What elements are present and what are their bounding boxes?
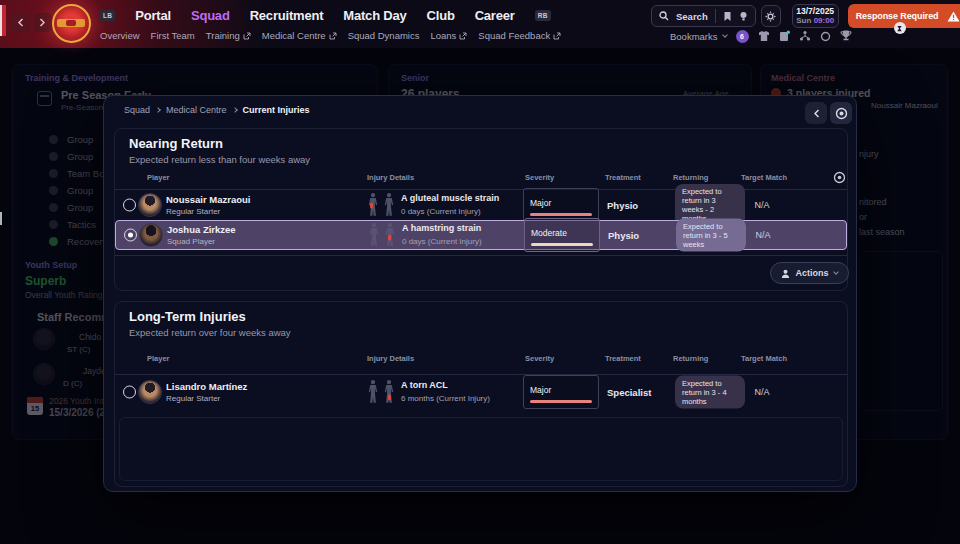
nav-portal[interactable]: Portal: [135, 8, 171, 23]
trophy-icon[interactable]: [840, 30, 852, 42]
injury-location-marker: [370, 203, 373, 209]
body-front-icon: [367, 380, 379, 404]
injury-row-martinez[interactable]: Lisandro Martínez Regular Starter A torn…: [115, 376, 847, 408]
injury-name: A gluteal muscle strain: [401, 193, 499, 204]
inbox-count-badge[interactable]: 6: [736, 30, 749, 43]
target-match-cell: N/A: [726, 230, 800, 240]
col-returning: Returning: [673, 173, 708, 182]
news-icon[interactable]: [779, 30, 790, 42]
tactics-org-icon[interactable]: [799, 30, 811, 42]
injury-cell: A torn ACL 6 months (Current Injury): [401, 380, 490, 404]
subnav-loans[interactable]: Loans: [430, 30, 467, 41]
date-text: 13/7/2025: [796, 7, 834, 16]
external-link-icon: [329, 32, 337, 40]
severity-bar: [531, 243, 593, 246]
avatar: [138, 193, 162, 217]
day-time-text: Sun 09:00: [796, 16, 834, 25]
club-crest-manchester-united[interactable]: [52, 4, 91, 43]
injury-location-marker: [388, 235, 391, 241]
breadcrumb-medical-centre[interactable]: Medical Centre: [166, 105, 227, 115]
gamepad-hint-rb: RB: [535, 10, 551, 21]
severity-bar: [530, 400, 592, 403]
search-icon: [659, 11, 669, 21]
actions-button[interactable]: Actions: [770, 262, 849, 284]
column-settings-icon[interactable]: [833, 170, 846, 188]
col-treatment: Treatment: [605, 173, 641, 182]
subnav-medical-centre[interactable]: Medical Centre: [262, 30, 337, 41]
squad-shirt-icon[interactable]: [758, 30, 770, 42]
subnav-overview[interactable]: Overview: [100, 30, 140, 41]
subnav-first-team[interactable]: First Team: [151, 30, 195, 41]
long-term-injuries-section: Long-Term Injuries Expected return over …: [114, 301, 848, 487]
nav-career[interactable]: Career: [475, 8, 515, 23]
player-name[interactable]: Lisandro Martínez: [166, 381, 247, 392]
day-text: Sun: [796, 16, 811, 25]
response-required-label: Response Required: [856, 11, 939, 21]
subnav-squad-dynamics[interactable]: Squad Dynamics: [348, 30, 420, 41]
chevron-right-icon: [232, 107, 238, 113]
injury-name: A hamstring strain: [402, 223, 482, 234]
bookmarks-row: Bookmarks 6: [670, 29, 852, 43]
body-injury-diagram: [367, 193, 397, 218]
search-input[interactable]: Search: [676, 11, 708, 22]
player-cell: Lisandro Martínez Regular Starter: [166, 381, 247, 404]
nav-match-day[interactable]: Match Day: [343, 8, 406, 23]
severity-cell: Moderate: [524, 218, 600, 252]
subnav-label: Squad Dynamics: [348, 30, 420, 41]
time-text: 09:00: [814, 16, 834, 25]
customize-view-button[interactable]: [830, 102, 852, 124]
body-front-icon: [368, 223, 380, 247]
treatment-cell: Specialist: [607, 387, 651, 398]
injury-location-marker: [388, 395, 391, 401]
injury-duration: 6 months (Current Injury): [401, 394, 490, 404]
col-treatment: Treatment: [605, 354, 641, 363]
subnav-label: First Team: [151, 30, 195, 41]
injury-cell: A hamstring strain 0 days (Current Injur…: [402, 223, 482, 247]
breadcrumb: Squad Medical Centre Current Injuries: [124, 105, 310, 115]
col-returning: Returning: [673, 354, 708, 363]
nav-club[interactable]: Club: [427, 8, 455, 23]
subnav-squad-feedback[interactable]: Squad Feedback: [478, 30, 561, 41]
bookmarks-dropdown[interactable]: Bookmarks: [670, 31, 727, 42]
response-required-button[interactable]: Response Required: [848, 4, 960, 28]
hint-bulb-icon[interactable]: [739, 11, 748, 22]
history-forward-button[interactable]: [33, 13, 52, 32]
subnav-label: Overview: [100, 30, 140, 41]
player-cell: Noussair Mazraoui Regular Starter: [166, 194, 250, 217]
chevron-left-icon: [17, 18, 24, 27]
section-subtitle: Expected return less than four weeks awa…: [129, 154, 310, 165]
injury-name: A torn ACL: [401, 380, 490, 391]
subnav-training[interactable]: Training: [206, 30, 251, 41]
nearing-return-section: Nearing Return Expected return less than…: [114, 128, 848, 291]
injury-row-zirkzee[interactable]: Joshua Zirkzee Squad Player A hamstring …: [115, 220, 847, 250]
breadcrumb-squad[interactable]: Squad: [124, 105, 150, 115]
player-name[interactable]: Joshua Zirkzee: [167, 224, 236, 235]
nav-squad[interactable]: Squad: [191, 8, 230, 23]
settings-button[interactable]: [761, 5, 781, 27]
col-player: Player: [147, 354, 170, 363]
player-name[interactable]: Noussair Mazraoui: [166, 194, 250, 205]
subnav-label: Medical Centre: [262, 30, 326, 41]
row-radio[interactable]: [123, 199, 136, 212]
treatment-cell: Physio: [607, 200, 638, 211]
row-radio[interactable]: [123, 386, 136, 399]
injury-duration: 0 days (Current Injury): [401, 207, 499, 217]
player-role: Regular Starter: [166, 394, 247, 404]
body-injury-diagram: [368, 223, 398, 248]
severity-cell: Major: [523, 375, 599, 409]
ball-icon[interactable]: [820, 31, 831, 42]
severity-bar: [530, 213, 592, 216]
external-link-icon: [459, 32, 467, 40]
warning-icon: [947, 11, 960, 22]
avatar: [138, 380, 162, 404]
edge-banner: [0, 5, 6, 36]
nav-recruitment[interactable]: Recruitment: [250, 8, 324, 23]
row-radio-selected[interactable]: [124, 229, 137, 242]
section-subtitle: Expected return over four weeks away: [129, 327, 291, 338]
modal-back-button[interactable]: [805, 102, 827, 124]
game-date[interactable]: 13/7/2025 Sun 09:00: [792, 4, 839, 28]
injury-row-mazraoui[interactable]: Noussair Mazraoui Regular Starter A glut…: [115, 190, 847, 220]
subnav-label: Loans: [430, 30, 456, 41]
notes-icon[interactable]: [723, 11, 732, 22]
history-back-button[interactable]: [11, 13, 30, 32]
